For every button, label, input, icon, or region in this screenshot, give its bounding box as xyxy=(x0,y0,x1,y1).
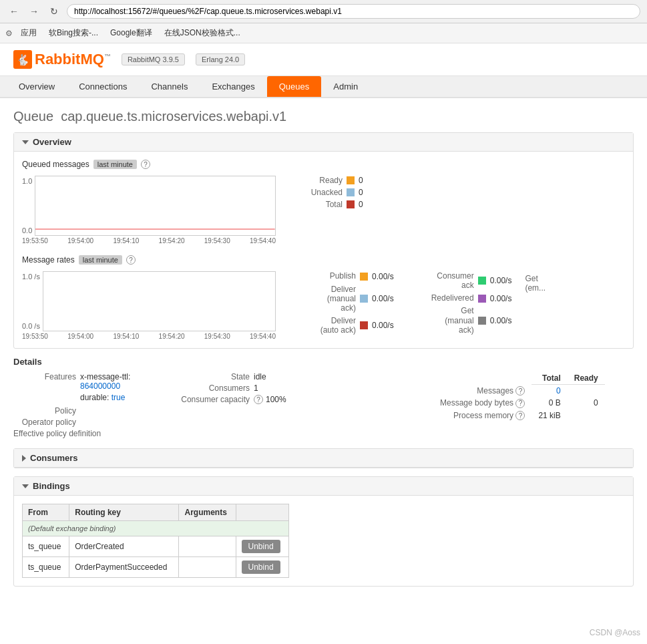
rate-get-manual-dot xyxy=(478,317,486,325)
tab-exchanges[interactable]: Exchanges xyxy=(200,76,266,97)
details-right-table: Total Ready Messages ? 0 xyxy=(433,372,605,422)
message-rates-label-row: Message rates last minute ? xyxy=(22,255,625,265)
unbind-button-1[interactable]: Unbind xyxy=(242,560,280,574)
back-button[interactable]: ← xyxy=(7,4,21,19)
rate-deliver-auto: Deliver(auto ack) 0.00/s xyxy=(289,316,394,335)
stat-total-dot xyxy=(347,200,355,208)
details-right-col: Total Ready Messages ? 0 xyxy=(433,372,634,440)
consumers-section-header[interactable]: Consumers xyxy=(14,449,633,468)
consumers-section: Consumers xyxy=(13,448,634,468)
rate-publish: Publish 0.00/s xyxy=(289,271,394,282)
rate-deliver-auto-value: 0.00/s xyxy=(372,321,394,330)
rate-deliver-auto-label: Deliver(auto ack) xyxy=(289,316,356,335)
rate-deliver-manual: Deliver(manualack) 0.00/s xyxy=(289,285,394,313)
message-rates-badge[interactable]: last minute xyxy=(79,255,122,265)
main-content: Queue cap.queue.ts.microservices.webapi.… xyxy=(0,98,647,605)
ttl-val: 864000000 xyxy=(80,381,120,391)
rate-get-manual-label: Get(manualack) xyxy=(407,306,474,335)
messages-help[interactable]: ? xyxy=(515,386,525,395)
stat-unacked: Unacked 0 xyxy=(289,188,625,197)
queued-chart-x-labels: 19:53:50 19:54:00 19:54:10 19:54:20 19:5… xyxy=(22,237,276,245)
version-erlang: Erlang 24.0 xyxy=(196,53,245,65)
features-row: Features x-message-ttl: 864000000 xyxy=(13,372,160,391)
app-header: 🐇 RabbitMQ™ RabbitMQ 3.9.5 Erlang 24.0 xyxy=(0,43,647,76)
chart-y-top: 1.0 xyxy=(22,177,32,185)
bindings-col-from: From xyxy=(23,504,69,521)
refresh-button[interactable]: ↻ xyxy=(47,4,61,19)
process-memory-help[interactable]: ? xyxy=(515,411,525,420)
queued-messages-badge[interactable]: last minute xyxy=(93,160,137,169)
tab-admin[interactable]: Admin xyxy=(321,76,370,97)
tab-queues[interactable]: Queues xyxy=(267,76,322,97)
queued-messages-chart-container: 1.0 0.0 19:53:50 19:54:00 xyxy=(22,176,276,245)
rate-get-manual: Get(manualack) 0.00/s xyxy=(407,306,512,335)
default-binding-note: (Default exchange binding) xyxy=(23,521,289,536)
logo-tm: ™ xyxy=(104,53,111,60)
messages-total: 0 xyxy=(531,385,567,397)
bookmark-json[interactable]: 在线JSON校验格式... xyxy=(160,26,244,40)
binding-from-1: ts_queue xyxy=(23,557,69,578)
consumer-capacity-help[interactable]: ? xyxy=(254,395,263,404)
browser-bar: ← → ↻ xyxy=(0,0,647,23)
rates-chart-y-bot: 0.0 /s xyxy=(22,322,40,330)
durable-key: durable: xyxy=(80,393,109,402)
tab-overview[interactable]: Overview xyxy=(7,76,67,97)
operator-policy-key: Operator policy xyxy=(13,418,80,427)
bookmark-google[interactable]: Google翻译 xyxy=(106,26,156,40)
rate-consumer-ack-label: Consumerack xyxy=(407,271,474,291)
forward-button[interactable]: → xyxy=(27,4,41,19)
rate-get-manual-value: 0.00/s xyxy=(490,316,512,325)
bookmark-bing[interactable]: 软Bing搜索-... xyxy=(45,26,102,40)
stat-unacked-label: Unacked xyxy=(289,188,343,197)
stat-ready-dot xyxy=(347,176,355,184)
queue-name: cap.queue.ts.microservices.webapi.v1 xyxy=(61,109,286,124)
rates-chart-x-labels: 19:53:50 19:54:00 19:54:10 19:54:20 19:5… xyxy=(22,333,276,340)
bookmarks-bar: ⚙ 应用 软Bing搜索-... Google翻译 在线JSON校验格式... xyxy=(0,23,647,43)
overview-section-body: Queued messages last minute ? 1.0 0.0 xyxy=(14,152,633,348)
table-row-body-bytes: Message body bytes ? 0 B 0 xyxy=(433,397,605,410)
bindings-col-args: Arguments xyxy=(179,504,236,521)
body-bytes-total: 0 B xyxy=(531,397,567,410)
consumers-val: 1 xyxy=(254,383,258,393)
bindings-section-header[interactable]: Bindings xyxy=(14,477,633,496)
consumer-capacity-row: Consumer capacity ? 100% xyxy=(174,395,420,404)
stat-total: Total 0 xyxy=(289,200,625,209)
ttl-key: x-message-ttl: xyxy=(80,372,130,381)
page-prefix: Queue xyxy=(13,109,53,124)
body-bytes-ready: 0 xyxy=(568,397,605,410)
policy-row: Policy xyxy=(13,406,160,416)
message-rates-help[interactable]: ? xyxy=(126,255,136,265)
message-rates-row: 1.0 /s 0.0 /s 19:53:50 xyxy=(22,271,625,340)
rate-redelivered-dot xyxy=(478,295,486,303)
effective-policy-row: Effective policy definition xyxy=(13,429,160,438)
bindings-section: Bindings From Routing key Arguments xyxy=(13,476,634,587)
overview-section-label: Overview xyxy=(33,137,71,147)
body-bytes-help[interactable]: ? xyxy=(515,399,525,408)
col-ready: Ready xyxy=(568,372,605,385)
bindings-section-body: From Routing key Arguments (Default exch… xyxy=(14,496,633,586)
overview-section-header[interactable]: Overview xyxy=(14,133,633,152)
message-rates-chart xyxy=(43,271,276,331)
bookmarks-label: ⚙ xyxy=(5,29,13,38)
tab-connections[interactable]: Connections xyxy=(67,76,139,97)
col-total: Total xyxy=(531,372,567,385)
process-memory-total: 21 kiB xyxy=(531,410,567,422)
rate-deliver-auto-dot xyxy=(360,321,368,329)
rate-get-label: Get(em... xyxy=(525,271,546,335)
process-memory-ready xyxy=(568,410,605,422)
table-row-messages: Messages ? 0 xyxy=(433,385,605,397)
logo-text: RabbitMQ™ xyxy=(35,51,111,68)
default-binding-row: (Default exchange binding) xyxy=(23,521,289,536)
queued-messages-help[interactable]: ? xyxy=(141,160,150,169)
bookmark-apps[interactable]: 应用 xyxy=(17,26,41,40)
messages-row-label: Messages ? xyxy=(433,385,531,397)
unbind-button-0[interactable]: Unbind xyxy=(242,540,280,553)
bindings-toggle-icon xyxy=(22,484,29,488)
tab-channels[interactable]: Channels xyxy=(139,76,200,97)
url-bar[interactable] xyxy=(67,4,640,19)
stat-unacked-value: 0 xyxy=(359,188,363,197)
queued-messages-row: 1.0 0.0 19:53:50 19:54:00 xyxy=(22,176,625,245)
stat-ready: Ready 0 xyxy=(289,176,625,185)
queued-messages-stats: Ready 0 Unacked 0 Total 0 xyxy=(289,176,625,209)
rate-consumer-ack: Consumerack 0.00/s xyxy=(407,271,512,291)
